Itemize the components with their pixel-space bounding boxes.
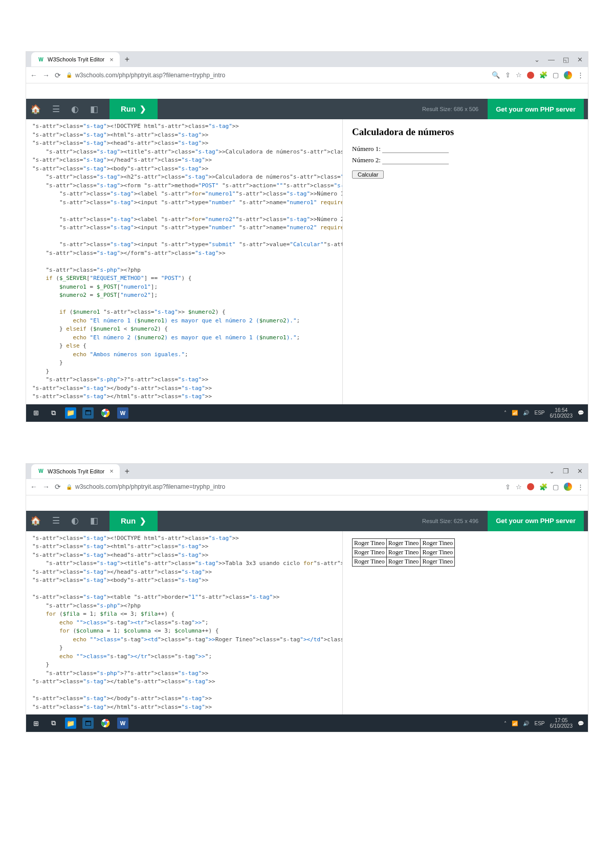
forward-icon[interactable]: → (42, 71, 50, 79)
chrome-icon[interactable] (100, 718, 111, 729)
lock-icon: 🔒 (66, 72, 72, 78)
result-pane: Calculadora de números Número 1: Número … (342, 119, 588, 404)
back-icon[interactable]: ← (30, 483, 37, 491)
url-input[interactable]: 🔒 w3schools.com/php/phptryit.asp?filenam… (66, 72, 487, 79)
tray-chevron-icon[interactable]: ˄ (504, 721, 507, 726)
chevron-down-icon[interactable]: ⌄ (549, 467, 555, 475)
file-explorer-icon[interactable]: 📁 (65, 407, 76, 419)
notifications-icon[interactable]: 💬 (578, 721, 584, 726)
close-icon[interactable]: × (109, 467, 114, 475)
share-icon[interactable]: ⇧ (505, 483, 511, 491)
puzzle-icon[interactable]: 🧩 (539, 483, 547, 491)
restore-icon[interactable]: ❐ (563, 467, 569, 475)
search-icon[interactable]: 🔍 (492, 71, 500, 79)
php-server-button[interactable]: Get your own PHP server (488, 99, 584, 119)
run-label: Run (121, 516, 136, 525)
run-button[interactable]: Run❯ (109, 511, 158, 531)
window-icon[interactable]: ▢ (553, 71, 559, 79)
back-icon[interactable]: ← (30, 71, 37, 79)
word-icon[interactable]: W (117, 718, 128, 729)
browser-tab[interactable]: W W3Schools Tryit Editor × (31, 52, 120, 67)
calcular-button[interactable]: Calcular (352, 170, 384, 179)
new-tab-button[interactable]: + (125, 467, 129, 476)
minimize-icon[interactable]: — (548, 56, 555, 63)
window-controls: ⌄ ❐ ✕ (549, 467, 583, 475)
app-icon-1[interactable]: 🗔 (82, 718, 94, 729)
result-heading: Calculadora de números (352, 126, 579, 138)
word-icon[interactable]: W (117, 407, 128, 419)
run-button[interactable]: Run❯ (109, 99, 158, 119)
menu-icon[interactable]: ☰ (52, 104, 60, 115)
numero2-label: Número 2: (352, 156, 381, 164)
task-view-icon[interactable]: ⧉ (48, 407, 59, 419)
new-tab-button[interactable]: + (125, 55, 129, 64)
editor-toolbar: 🏠 ☰ ◐ ◧ Run❯ Result Size: 625 x 496 Get … (26, 511, 588, 531)
clock[interactable]: 17:05 6/10/2023 (550, 718, 573, 729)
table-cell: Roger Tineo (386, 557, 421, 566)
reload-icon[interactable]: ⟳ (55, 71, 61, 79)
language-indicator[interactable]: ESP (534, 410, 544, 416)
volume-icon[interactable]: 🔊 (523, 410, 529, 416)
extension-icon-red[interactable] (527, 72, 534, 79)
home-icon[interactable]: 🏠 (30, 104, 41, 115)
close-window-icon[interactable]: ✕ (577, 56, 583, 63)
chevron-right-icon: ❯ (140, 104, 146, 113)
url-text: w3schools.com/php/phptryit.asp?filename=… (75, 483, 225, 490)
table-cell: Roger Tineo (386, 548, 421, 557)
windows-taskbar: ⊞ ⧉ 📁 🗔 W ˄ 📶 🔊 ESP 17:05 6/10/2023 💬 (26, 714, 588, 732)
numero2-input[interactable] (382, 157, 449, 164)
orientation-icon[interactable]: ◧ (90, 104, 98, 115)
kebab-icon[interactable]: ⋮ (577, 483, 584, 491)
task-view-icon[interactable]: ⧉ (48, 718, 59, 729)
profile-icon[interactable] (564, 483, 572, 491)
app-icon-1[interactable]: 🗔 (82, 407, 94, 419)
tray-chevron-icon[interactable]: ˄ (504, 410, 507, 416)
puzzle-icon[interactable]: 🧩 (539, 71, 547, 79)
code-editor[interactable]: "s-attr">class="s-tag"><!DOCTYPE html"s-… (26, 119, 342, 404)
start-button[interactable]: ⊞ (30, 718, 41, 729)
language-indicator[interactable]: ESP (534, 721, 544, 726)
chevron-down-icon[interactable]: ⌄ (534, 56, 540, 63)
url-input[interactable]: 🔒 w3schools.com/php/phptryit.asp?filenam… (66, 483, 500, 490)
theme-icon[interactable]: ◐ (71, 104, 79, 115)
start-button[interactable]: ⊞ (30, 407, 41, 419)
theme-icon[interactable]: ◐ (71, 515, 79, 526)
windows-taskbar: ⊞ ⧉ 📁 🗔 W ˄ 📶 🔊 ESP 16:54 6/10/2023 💬 (26, 404, 588, 422)
kebab-icon[interactable]: ⋮ (577, 71, 584, 79)
profile-icon[interactable] (564, 71, 572, 79)
home-icon[interactable]: 🏠 (30, 515, 41, 526)
table-cell: Roger Tineo (421, 548, 455, 557)
share-icon[interactable]: ⇧ (505, 71, 511, 79)
reload-icon[interactable]: ⟳ (55, 483, 61, 491)
close-icon[interactable]: × (109, 56, 114, 63)
address-bar: ← → ⟳ 🔒 w3schools.com/php/phptryit.asp?f… (26, 67, 588, 83)
window-icon[interactable]: ▢ (553, 483, 559, 491)
browser-tab[interactable]: W W3Schools Tryit Editor × (31, 464, 120, 479)
extension-icon-red[interactable] (527, 483, 534, 490)
result-size-label: Result Size: 625 x 496 (422, 518, 478, 524)
notifications-icon[interactable]: 💬 (578, 410, 584, 416)
file-explorer-icon[interactable]: 📁 (65, 718, 76, 729)
close-window-icon[interactable]: ✕ (577, 467, 583, 475)
table-cell: Roger Tineo (386, 538, 421, 548)
tab-title: W3Schools Tryit Editor (48, 56, 104, 62)
volume-icon[interactable]: 🔊 (523, 721, 529, 726)
php-server-button[interactable]: Get your own PHP server (488, 511, 584, 531)
orientation-icon[interactable]: ◧ (90, 515, 98, 526)
code-editor[interactable]: "s-attr">class="s-tag"><!DOCTYPE html"s-… (26, 531, 342, 715)
window-controls: ⌄ — ◱ ✕ (534, 56, 583, 63)
wifi-icon[interactable]: 📶 (512, 410, 518, 416)
chrome-icon[interactable] (100, 407, 111, 419)
maximize-icon[interactable]: ◱ (563, 56, 569, 63)
clock[interactable]: 16:54 6/10/2023 (550, 407, 573, 419)
numero1-input[interactable] (382, 145, 449, 153)
wifi-icon[interactable]: 📶 (512, 721, 518, 726)
editor-toolbar: 🏠 ☰ ◐ ◧ Run❯ Result Size: 686 x 506 Get … (26, 99, 588, 119)
star-icon[interactable]: ☆ (516, 483, 522, 491)
menu-icon[interactable]: ☰ (52, 515, 60, 526)
table-cell: Roger Tineo (353, 557, 387, 566)
forward-icon[interactable]: → (42, 483, 50, 491)
star-icon[interactable]: ☆ (516, 71, 522, 79)
lock-icon: 🔒 (66, 484, 72, 490)
url-text: w3schools.com/php/phptryit.asp?filename=… (75, 72, 225, 79)
